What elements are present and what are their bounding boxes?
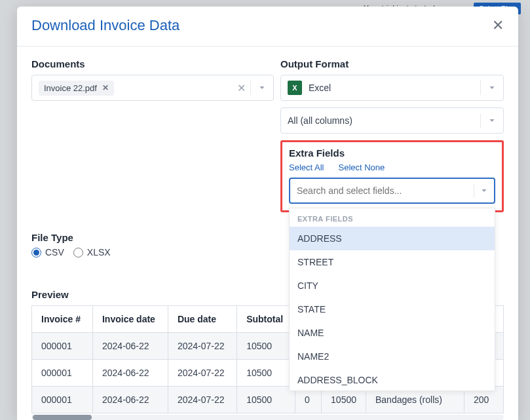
dropdown-item-state[interactable]: STATE (290, 297, 495, 321)
columns-value: All (all columns) (288, 115, 503, 126)
table-cell: 2024-06-22 (92, 387, 168, 413)
modal-title: Download Invoice Data (31, 17, 180, 34)
divider (474, 184, 474, 197)
radio-xlsx[interactable]: XLSX (73, 247, 111, 258)
extra-fields-dropdown: EXTRA FIELDS ADDRESS STREET CITY STATE N… (289, 208, 495, 391)
dropdown-item-address[interactable]: ADDRESS (290, 227, 495, 250)
modal-body: Documents Invoice 22.pdf ✕ ✕ File Type (17, 47, 518, 420)
table-cell: 10500 (237, 333, 295, 360)
select-all-link[interactable]: Select All (289, 162, 324, 172)
document-chip: Invoice 22.pdf ✕ (39, 81, 114, 96)
file-type-label: File Type (31, 232, 274, 243)
chevron-down-icon[interactable] (480, 186, 489, 195)
table-cell: 000001 (32, 360, 93, 387)
file-type-group: File Type CSV XLSX (31, 232, 274, 258)
dropdown-item-name[interactable]: NAME (290, 321, 495, 345)
chevron-down-icon[interactable] (487, 83, 497, 92)
table-cell: 10500 (237, 360, 295, 387)
col-invoice-num: Invoice # (32, 306, 93, 333)
divider (480, 81, 481, 95)
dropdown-header: EXTRA FIELDS (290, 208, 495, 227)
extra-fields-search[interactable] (289, 178, 495, 204)
documents-label: Documents (31, 58, 274, 69)
dropdown-item-name2[interactable]: NAME2 (290, 345, 495, 368)
col-subtotal: Subtotal (237, 306, 295, 333)
horizontal-scrollbar[interactable] (31, 415, 504, 420)
chevron-down-icon[interactable] (257, 83, 267, 92)
radio-xlsx-input[interactable] (73, 248, 83, 258)
output-format-label: Output Format (280, 58, 504, 69)
radio-csv-input[interactable] (31, 248, 41, 258)
chip-label: Invoice 22.pdf (44, 83, 97, 93)
columns-select[interactable]: All (all columns) (280, 107, 504, 134)
table-cell: 2024-07-22 (168, 333, 237, 360)
close-icon[interactable]: ✕ (492, 18, 504, 33)
extra-fields-label: Extra Fields (289, 147, 495, 159)
select-none-link[interactable]: Select None (338, 162, 385, 172)
table-cell: 10500 (237, 387, 295, 413)
radio-csv-label: CSV (45, 247, 64, 258)
table-cell: 2024-07-22 (168, 387, 237, 413)
download-invoice-modal: Download Invoice Data ✕ Documents Invoic… (17, 7, 518, 420)
radio-csv[interactable]: CSV (31, 247, 64, 258)
dropdown-item-address-block[interactable]: ADDRESS_BLOCK (290, 368, 495, 391)
table-cell: 000001 (32, 387, 93, 413)
table-cell: 2024-07-22 (168, 360, 237, 387)
table-cell: 2024-06-22 (92, 360, 168, 387)
scrollbar-thumb[interactable] (33, 415, 92, 420)
documents-select[interactable]: Invoice 22.pdf ✕ ✕ (31, 75, 274, 101)
clear-all-icon[interactable]: ✕ (237, 82, 246, 94)
dropdown-item-city[interactable]: CITY (290, 274, 495, 297)
excel-icon: X (288, 81, 302, 95)
table-cell: 000001 (32, 333, 93, 360)
extra-fields-panel: Extra Fields Select All Select None (280, 140, 504, 212)
col-due-date: Due date (168, 306, 237, 333)
col-invoice-date: Invoice date (92, 306, 168, 333)
divider (480, 113, 481, 128)
dropdown-item-street[interactable]: STREET (290, 250, 495, 274)
chip-remove-icon[interactable]: ✕ (102, 83, 109, 92)
output-format-value: Excel (309, 83, 503, 93)
divider (250, 81, 251, 95)
output-format-select[interactable]: X Excel (280, 75, 504, 101)
chevron-down-icon[interactable] (487, 116, 497, 125)
extra-fields-search-input[interactable] (297, 185, 487, 196)
table-cell: 2024-06-22 (92, 333, 168, 360)
radio-xlsx-label: XLSX (87, 247, 111, 258)
modal-header: Download Invoice Data ✕ (17, 7, 518, 47)
